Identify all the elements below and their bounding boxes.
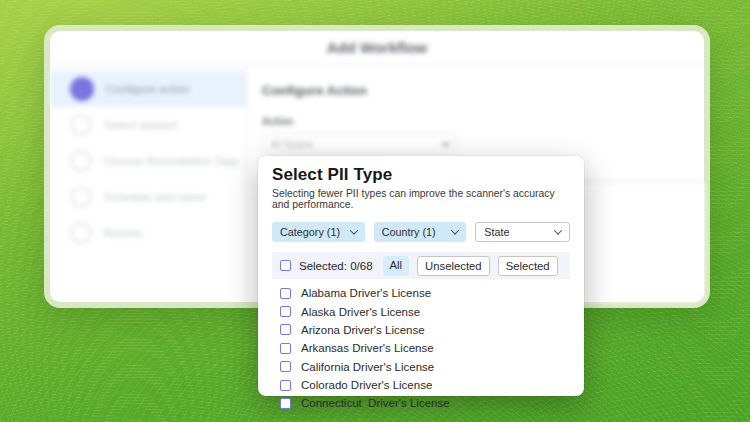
pii-type-row[interactable]: Alabama Driver's License bbox=[272, 284, 570, 302]
window-title: Add Workflow bbox=[327, 39, 428, 56]
sidebar-step-item[interactable]: Configure action bbox=[50, 71, 246, 107]
filter-chip[interactable]: Unselected bbox=[417, 256, 490, 276]
modal-subtitle: Selecting fewer PII types can improve th… bbox=[272, 188, 570, 210]
filter-chip-label: Unselected bbox=[425, 260, 482, 272]
pii-type-label: Connecticut Driver's License bbox=[301, 397, 450, 409]
filter-chip-label: Selected bbox=[506, 260, 550, 272]
pii-type-label: California Driver's License bbox=[301, 361, 434, 373]
chevron-down-icon bbox=[554, 226, 562, 234]
selected-count-label: Selected: 0/68 bbox=[299, 260, 373, 272]
pii-type-row[interactable]: Colorado Driver's License bbox=[272, 376, 570, 394]
pii-type-label: Arkansas Driver's License bbox=[301, 342, 434, 354]
pii-type-checkbox[interactable] bbox=[280, 324, 291, 335]
pii-type-checkbox[interactable] bbox=[280, 380, 291, 391]
sidebar-step-label: Schedule and name bbox=[104, 191, 206, 203]
workflow-steps-sidebar: Configure action Select dataset Choose R… bbox=[50, 65, 247, 302]
step-circle-icon bbox=[70, 114, 92, 136]
filter-dropdown-label: Category (1) bbox=[280, 226, 340, 238]
filter-dropdowns-row: Category (1) Country (1) State bbox=[272, 222, 570, 242]
sidebar-step-item[interactable]: Schedule and name bbox=[50, 179, 246, 215]
pii-type-row[interactable]: Arkansas Driver's License bbox=[272, 339, 570, 357]
pane-heading: Configure Action bbox=[262, 83, 704, 98]
step-circle-icon bbox=[70, 186, 92, 208]
selection-filter-bar: Selected: 0/68 AllUnselectedSelected bbox=[272, 252, 570, 279]
sidebar-step-label: Review bbox=[104, 227, 142, 239]
pii-type-label: Colorado Driver's License bbox=[301, 379, 432, 391]
filter-dropdown-label: State bbox=[484, 226, 509, 238]
step-circle-icon bbox=[70, 77, 94, 101]
page-background: { "background_window": { "title": "Add W… bbox=[0, 0, 750, 422]
sidebar-step-label: Select dataset bbox=[104, 119, 177, 131]
chevron-down-icon bbox=[349, 226, 357, 234]
pii-type-row[interactable]: Alaska Driver's License bbox=[272, 302, 570, 320]
sidebar-step-item[interactable]: Select dataset bbox=[50, 107, 246, 143]
filter-dropdown[interactable]: Country (1) bbox=[374, 222, 467, 242]
window-header: Add Workflow bbox=[50, 31, 704, 65]
filter-chip[interactable]: All bbox=[383, 256, 410, 276]
pii-type-list: Alabama Driver's License Alaska Driver's… bbox=[272, 284, 570, 413]
action-select[interactable]: AI Scans bbox=[262, 133, 458, 154]
filter-chip-label: All bbox=[390, 259, 403, 271]
filter-dropdown[interactable]: Category (1) bbox=[272, 222, 365, 242]
pii-type-label: Arizona Driver's License bbox=[301, 324, 425, 336]
pii-type-label: Alabama Driver's License bbox=[301, 287, 431, 299]
action-select-value: AI Scans bbox=[271, 138, 313, 150]
filter-chip[interactable]: Selected bbox=[498, 256, 558, 276]
modal-title: Select PII Type bbox=[272, 165, 570, 185]
chevron-down-icon bbox=[442, 138, 450, 146]
sidebar-step-item[interactable]: Review bbox=[50, 215, 246, 251]
pii-type-row[interactable]: Arizona Driver's License bbox=[272, 321, 570, 339]
pii-type-checkbox[interactable] bbox=[280, 398, 291, 409]
pii-type-checkbox[interactable] bbox=[280, 306, 291, 317]
filter-dropdown[interactable]: State bbox=[475, 222, 570, 242]
pii-type-checkbox[interactable] bbox=[280, 288, 291, 299]
select-all-checkbox[interactable] bbox=[280, 260, 291, 271]
pii-type-row[interactable]: Connecticut Driver's License bbox=[272, 394, 570, 412]
filter-dropdown-label: Country (1) bbox=[382, 226, 436, 238]
pii-type-label: Alaska Driver's License bbox=[301, 306, 420, 318]
chevron-down-icon bbox=[451, 226, 459, 234]
select-pii-type-modal: Select PII Type Selecting fewer PII type… bbox=[258, 156, 584, 396]
sidebar-step-label: Configure action bbox=[106, 83, 190, 95]
sidebar-step-label: Choose Remediation Tags bbox=[104, 155, 239, 167]
filter-chips: AllUnselectedSelected bbox=[383, 256, 558, 276]
pii-type-checkbox[interactable] bbox=[280, 343, 291, 354]
action-field-label: Action bbox=[262, 116, 704, 127]
pii-type-row[interactable]: California Driver's License bbox=[272, 358, 570, 376]
step-circle-icon bbox=[70, 150, 92, 172]
pii-type-checkbox[interactable] bbox=[280, 361, 291, 372]
sidebar-step-item[interactable]: Choose Remediation Tags bbox=[50, 143, 246, 179]
step-circle-icon bbox=[70, 222, 92, 244]
